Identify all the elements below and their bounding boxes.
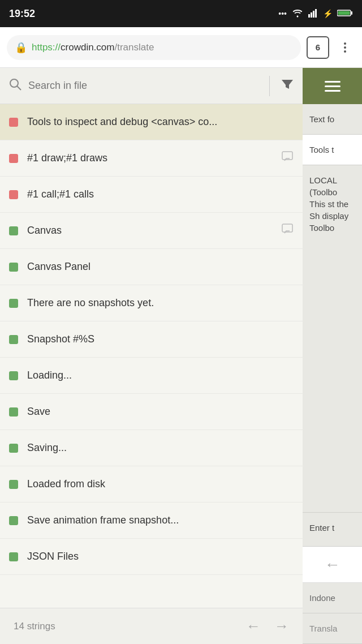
status-dot bbox=[9, 154, 18, 163]
footer-count: 14 strings bbox=[14, 621, 55, 632]
string-text: Tools to inspect and debug <canvas> co..… bbox=[27, 115, 294, 128]
more-menu-button[interactable] bbox=[335, 37, 355, 58]
right-tools-section: Tools t bbox=[303, 135, 362, 165]
browser-bar: 🔒 https://crowdin.com/translate 6 bbox=[0, 27, 362, 68]
menu-line-2 bbox=[325, 85, 341, 87]
status-dot bbox=[9, 444, 18, 453]
comment-icon bbox=[281, 151, 294, 166]
string-text: Canvas bbox=[27, 224, 275, 237]
signal-strength-icon bbox=[308, 8, 318, 19]
list-item[interactable]: Save bbox=[0, 394, 303, 430]
status-bar: 19:52 ••• ⚡ bbox=[0, 0, 362, 27]
status-dot bbox=[9, 263, 18, 272]
right-local-section: LOCAL (Toolbo This st the Sh display Too… bbox=[303, 165, 362, 513]
right-translate-section: Transla bbox=[303, 613, 362, 644]
more-dot-1 bbox=[344, 42, 346, 45]
string-text: Save bbox=[27, 405, 294, 418]
battery-icon bbox=[337, 9, 353, 19]
string-text: Loading... bbox=[27, 369, 294, 382]
status-dot bbox=[9, 226, 18, 235]
svg-rect-6 bbox=[338, 11, 350, 15]
list-item[interactable]: There are no snapshots yet. bbox=[0, 285, 303, 321]
list-item[interactable]: Loaded from disk bbox=[0, 466, 303, 503]
tab-count-button[interactable]: 6 bbox=[307, 36, 329, 59]
url-bar[interactable]: 🔒 https://crowdin.com/translate bbox=[7, 35, 301, 60]
more-dot-3 bbox=[344, 50, 346, 53]
local-label: LOCAL (Toolbo This st the Sh display Too… bbox=[309, 175, 348, 233]
svg-rect-2 bbox=[313, 11, 314, 18]
search-input[interactable] bbox=[28, 80, 258, 92]
svg-rect-1 bbox=[311, 12, 312, 18]
arrow-left-icon: ← bbox=[325, 556, 341, 574]
next-arrow[interactable]: → bbox=[274, 617, 289, 635]
string-text: There are no snapshots yet. bbox=[27, 297, 294, 310]
menu-button[interactable] bbox=[303, 68, 362, 104]
signal-dots-icon: ••• bbox=[278, 9, 287, 18]
main-area: Tools to inspect and debug <canvas> co..… bbox=[0, 68, 362, 644]
enter-label: Enter t bbox=[309, 523, 334, 533]
url-path: /translate bbox=[114, 42, 154, 53]
status-dot bbox=[9, 407, 18, 417]
string-text: Snapshot #%S bbox=[27, 333, 294, 346]
status-dot bbox=[9, 552, 18, 561]
string-text: Canvas Panel bbox=[27, 260, 294, 273]
string-text: #1 call;#1 calls bbox=[27, 188, 294, 201]
right-panel-content: Text fo Tools t LOCAL (Toolbo This st th… bbox=[303, 104, 362, 644]
list-item[interactable]: Saving... bbox=[0, 430, 303, 466]
status-dot bbox=[9, 516, 18, 525]
svg-rect-3 bbox=[315, 9, 317, 18]
status-dot bbox=[9, 299, 18, 308]
list-item[interactable]: Canvas Panel bbox=[0, 249, 303, 285]
url-https: https:// bbox=[32, 42, 61, 53]
filter-icon[interactable] bbox=[281, 78, 294, 94]
list-item[interactable]: #1 draw;#1 draws bbox=[0, 140, 303, 177]
string-text: #1 draw;#1 draws bbox=[27, 152, 275, 165]
string-text: Loaded from disk bbox=[27, 478, 294, 491]
status-time: 19:52 bbox=[9, 8, 35, 20]
status-dot bbox=[9, 335, 18, 344]
url-domain: crowdin.com bbox=[61, 42, 114, 53]
right-panel: Text fo Tools t LOCAL (Toolbo This st th… bbox=[303, 68, 362, 644]
prev-arrow[interactable]: ← bbox=[246, 617, 261, 635]
status-dot bbox=[9, 190, 18, 199]
more-dot-2 bbox=[344, 46, 346, 49]
list-footer: 14 strings ← → bbox=[0, 608, 303, 644]
right-text-fo-section: Text fo bbox=[303, 104, 362, 135]
search-divider bbox=[269, 76, 270, 96]
status-dot bbox=[9, 480, 18, 489]
url-text: https://crowdin.com/translate bbox=[32, 42, 154, 53]
menu-line-1 bbox=[325, 81, 341, 83]
list-item[interactable]: Save animation frame snapshot... bbox=[0, 503, 303, 539]
wifi-icon bbox=[291, 8, 304, 19]
right-arrow-section: ← bbox=[303, 547, 362, 583]
search-bar bbox=[0, 68, 303, 104]
svg-point-7 bbox=[10, 79, 18, 87]
status-dot bbox=[9, 371, 18, 380]
transla-label: Transla bbox=[309, 624, 337, 633]
list-item[interactable]: Canvas bbox=[0, 213, 303, 249]
string-text: Save animation frame snapshot... bbox=[27, 514, 294, 527]
indone-label: Indone bbox=[309, 593, 335, 603]
tools-label: Tools t bbox=[309, 145, 334, 154]
string-text: Saving... bbox=[27, 441, 294, 454]
lock-icon: 🔒 bbox=[15, 41, 27, 54]
list-item[interactable]: JSON Files bbox=[0, 539, 303, 575]
string-text: JSON Files bbox=[27, 550, 294, 563]
svg-rect-5 bbox=[351, 11, 352, 15]
charging-icon: ⚡ bbox=[323, 9, 333, 18]
text-fo-label: Text fo bbox=[309, 114, 334, 124]
footer-nav: ← → bbox=[246, 617, 289, 635]
left-panel: Tools to inspect and debug <canvas> co..… bbox=[0, 68, 303, 644]
svg-line-8 bbox=[17, 86, 21, 90]
list-item[interactable]: Tools to inspect and debug <canvas> co..… bbox=[0, 104, 303, 140]
list-item[interactable]: Loading... bbox=[0, 358, 303, 394]
list-item[interactable]: #1 call;#1 calls bbox=[0, 177, 303, 213]
comment-icon bbox=[281, 223, 294, 238]
right-lang-section: Indone bbox=[303, 583, 362, 613]
search-icon bbox=[9, 78, 21, 94]
list-item[interactable]: Snapshot #%S bbox=[0, 321, 303, 358]
status-dot bbox=[9, 118, 18, 127]
status-icons: ••• ⚡ bbox=[278, 8, 353, 19]
menu-line-3 bbox=[325, 90, 341, 92]
right-enter-section[interactable]: Enter t bbox=[303, 513, 362, 547]
